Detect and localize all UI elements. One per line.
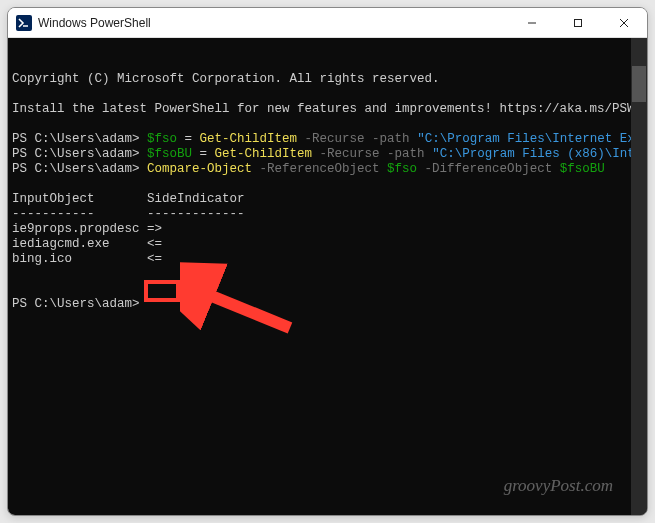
table-sep-1: ----------- (12, 207, 95, 221)
cmd2-var: $fsoBU (147, 147, 192, 161)
table-row: ie9props.propdesc (12, 222, 140, 236)
cmd1-eq: = (177, 132, 200, 146)
prompt-4: PS C:\Users\adam> (12, 297, 147, 311)
prompt-2: PS C:\Users\adam> (12, 147, 147, 161)
cmd3-diff-opt: -DifferenceObject (417, 162, 560, 176)
cmd2-recurse: -Recurse (312, 147, 380, 161)
table-header-inputobject: InputObject (12, 192, 95, 206)
cmd3-ref: $fso (387, 162, 417, 176)
cmd2-path-opt: -path (380, 147, 433, 161)
cmd1-path: "C:\Program Files\Internet Explorer" (417, 132, 647, 146)
svg-rect-2 (575, 19, 582, 26)
cmd2-path: "C:\Program Files (x86)\Internet Explore… (432, 147, 647, 161)
table-indicator: <= (147, 237, 162, 251)
cmd3-cmdlet: Compare-Object (147, 162, 252, 176)
scrollbar-track[interactable] (631, 38, 647, 515)
titlebar[interactable]: Windows PowerShell (8, 8, 647, 38)
watermark-text: groovyPost.com (504, 478, 613, 493)
cmd1-var: $fso (147, 132, 177, 146)
copyright-text: Copyright (C) Microsoft Corporation. All… (12, 72, 440, 86)
cmd1-path-opt: -path (365, 132, 418, 146)
install-tip: Install the latest PowerShell for new fe… (12, 102, 647, 116)
table-indicator: <= (147, 252, 162, 266)
maximize-button[interactable] (555, 8, 601, 37)
close-button[interactable] (601, 8, 647, 37)
minimize-button[interactable] (509, 8, 555, 37)
powershell-icon (16, 15, 32, 31)
window-controls (509, 8, 647, 37)
prompt-3: PS C:\Users\adam> (12, 162, 147, 176)
window-title: Windows PowerShell (38, 16, 509, 30)
terminal-area[interactable]: Copyright (C) Microsoft Corporation. All… (8, 38, 647, 515)
cmd2-cmdlet: Get-ChildItem (215, 147, 313, 161)
table-sep-2: ------------- (147, 207, 245, 221)
cmd3-ref-opt: -ReferenceObject (252, 162, 387, 176)
prompt-1: PS C:\Users\adam> (12, 132, 147, 146)
table-indicator: => (147, 222, 162, 236)
powershell-window: Windows PowerShell Copyright (C) Microso… (7, 7, 648, 516)
table-header-sideindicator: SideIndicator (147, 192, 245, 206)
cmd1-recurse: -Recurse (297, 132, 365, 146)
scrollbar-thumb[interactable] (632, 66, 646, 102)
cmd1-cmdlet: Get-ChildItem (200, 132, 298, 146)
terminal-content: Copyright (C) Microsoft Corporation. All… (12, 72, 647, 312)
table-row: bing.ico (12, 252, 72, 266)
table-row: iediagcmd.exe (12, 237, 110, 251)
cmd3-diff: $fsoBU (560, 162, 605, 176)
cmd2-eq: = (192, 147, 215, 161)
